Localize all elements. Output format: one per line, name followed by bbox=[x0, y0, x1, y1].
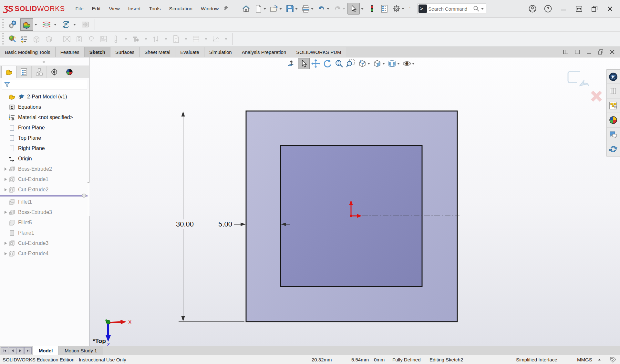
tree-item-cut-extrude2[interactable]: Cut-Extrude2 bbox=[0, 185, 89, 195]
expand-icon[interactable] bbox=[5, 211, 7, 214]
home-button[interactable] bbox=[240, 3, 252, 14]
tab-features[interactable]: Features bbox=[56, 47, 85, 57]
document-properties-button[interactable] bbox=[378, 3, 390, 14]
next-tab-button[interactable] bbox=[16, 347, 24, 354]
expand-icon[interactable] bbox=[5, 242, 7, 245]
tree-item-fillet5[interactable]: Fillet5 bbox=[0, 217, 89, 228]
tree-item-root[interactable]: 2-Part Model (v1) bbox=[0, 92, 89, 102]
tab-propertymanager[interactable] bbox=[16, 66, 32, 78]
menu-file[interactable]: File bbox=[72, 4, 87, 14]
pane-left-icon[interactable] bbox=[563, 49, 568, 55]
search-input[interactable] bbox=[427, 6, 473, 12]
rollback-handle[interactable] bbox=[82, 194, 86, 197]
save-dropdown[interactable] bbox=[295, 8, 298, 10]
interface-mode[interactable]: Simplified Interface bbox=[516, 357, 557, 362]
tab-surfaces[interactable]: Surfaces bbox=[110, 47, 140, 57]
tree-item-cut-extrude1[interactable]: Cut-Extrude1 bbox=[0, 174, 89, 185]
sketch-canvas[interactable]: 30.00 5.00 bbox=[89, 57, 606, 346]
redo-button[interactable] bbox=[332, 3, 347, 14]
open-button[interactable] bbox=[268, 3, 284, 14]
tree-item-cut-extrude3[interactable]: Cut-Extrude3 bbox=[0, 238, 89, 248]
dimension-30[interactable]: 30.00 bbox=[176, 111, 244, 322]
select-dropdown[interactable] bbox=[361, 8, 364, 10]
undo-dropdown[interactable] bbox=[327, 8, 329, 10]
tab-configurationmanager[interactable] bbox=[32, 66, 47, 78]
search-icon[interactable] bbox=[473, 5, 480, 12]
tab-displaymanager[interactable] bbox=[62, 66, 77, 78]
previous-tab-button[interactable] bbox=[9, 347, 16, 354]
expand-icon[interactable] bbox=[5, 167, 7, 171]
tab-featuremanager-tree[interactable] bbox=[1, 66, 16, 78]
rotate-view-p-button[interactable]: P bbox=[60, 19, 72, 30]
expand-icon[interactable] bbox=[5, 252, 7, 255]
rollback-bar[interactable] bbox=[0, 195, 89, 197]
login-button[interactable] bbox=[527, 3, 538, 14]
help-button[interactable]: ? bbox=[542, 3, 553, 14]
tab-evaluate[interactable]: Evaluate bbox=[175, 47, 204, 57]
menu-edit[interactable]: Edit bbox=[88, 4, 104, 14]
save-button[interactable] bbox=[284, 3, 299, 14]
doc-close-icon[interactable] bbox=[610, 49, 615, 55]
last-tab-button[interactable] bbox=[24, 347, 32, 354]
design-library-button[interactable] bbox=[606, 84, 620, 98]
span-displays-button[interactable] bbox=[574, 3, 584, 14]
menu-view[interactable]: View bbox=[105, 4, 123, 14]
minimize-button[interactable] bbox=[558, 3, 569, 14]
new-document-button[interactable] bbox=[253, 3, 268, 14]
tab-simulation[interactable]: Simulation bbox=[204, 47, 237, 57]
solidworks-resources-button[interactable] bbox=[606, 69, 620, 84]
tree-item-equations[interactable]: Σ Equations bbox=[0, 102, 89, 112]
apply-scene-dropdown[interactable] bbox=[35, 24, 37, 25]
graphics-viewport[interactable]: 30.00 5.00 X Z *Top bbox=[89, 57, 620, 346]
search-dropdown[interactable] bbox=[481, 8, 484, 10]
new-document-dropdown[interactable] bbox=[264, 8, 266, 10]
splitter-handle[interactable] bbox=[43, 61, 45, 63]
tab-solidworks-pdm[interactable]: SOLIDWORKS PDM bbox=[291, 47, 346, 57]
options-button[interactable] bbox=[391, 3, 406, 14]
tags-icon[interactable] bbox=[610, 356, 617, 363]
pdm-sync-button[interactable] bbox=[606, 142, 620, 157]
tree-item-material[interactable]: Material <not specified> bbox=[0, 112, 89, 123]
appearances-scenes-button[interactable] bbox=[606, 113, 620, 127]
options-gears-button[interactable] bbox=[7, 19, 19, 30]
menu-simulation[interactable]: Simulation bbox=[166, 4, 196, 14]
open-dropdown[interactable] bbox=[279, 8, 282, 10]
pin-menu-icon[interactable] bbox=[223, 5, 229, 12]
tree-item-cut-extrude4[interactable]: Cut-Extrude4 bbox=[0, 248, 89, 259]
model-tab[interactable]: Model bbox=[33, 346, 59, 355]
tree-item-origin[interactable]: Origin bbox=[0, 154, 89, 164]
rotate-view-dropdown[interactable] bbox=[73, 24, 76, 25]
expand-icon[interactable] bbox=[5, 178, 7, 181]
tree-item-boss-extrude2[interactable]: Boss-Extrude2 bbox=[0, 164, 89, 174]
toolbar-grip[interactable] bbox=[2, 19, 4, 30]
tab-basic-modeling-tools[interactable]: Basic Modeling Tools bbox=[0, 47, 56, 57]
print-button[interactable] bbox=[300, 3, 315, 14]
panel-splitter[interactable] bbox=[0, 57, 89, 66]
options-dropdown[interactable] bbox=[402, 8, 404, 10]
interference-check-button[interactable] bbox=[366, 3, 378, 14]
doc-minimize-icon[interactable] bbox=[586, 49, 592, 55]
expand-icon[interactable] bbox=[5, 188, 7, 191]
close-button[interactable] bbox=[604, 3, 615, 14]
first-tab-button[interactable] bbox=[1, 347, 8, 354]
doc-restore-icon[interactable] bbox=[598, 49, 603, 55]
tab-sheet-metal[interactable]: Sheet Metal bbox=[140, 47, 175, 57]
toolbar-overflow-icon[interactable]: ⁚.. bbox=[409, 6, 413, 11]
motion-study-tab[interactable]: Motion Study 1 bbox=[59, 346, 103, 355]
magnified-selection-button[interactable] bbox=[7, 34, 18, 44]
menu-tools[interactable]: Tools bbox=[145, 4, 164, 14]
menu-window[interactable]: Window bbox=[197, 4, 222, 14]
select-tool-button[interactable] bbox=[347, 3, 360, 15]
tree-item-right-plane[interactable]: Right Plane bbox=[0, 143, 89, 154]
tree-filter-input[interactable] bbox=[2, 80, 87, 89]
flow-display-dropdown[interactable] bbox=[54, 24, 57, 25]
tree-item-boss-extrude3[interactable]: Boss-Extrude3 bbox=[0, 207, 89, 217]
tree-item-front-plane[interactable]: Front Plane bbox=[0, 123, 89, 133]
flow-display-button[interactable] bbox=[40, 19, 53, 30]
toolbar-grip-2[interactable] bbox=[2, 33, 4, 45]
selection-filter-list-button[interactable] bbox=[19, 34, 30, 44]
print-dropdown[interactable] bbox=[311, 8, 314, 10]
restore-button[interactable] bbox=[589, 3, 600, 14]
tree-item-fillet1[interactable]: Fillet1 bbox=[0, 197, 89, 207]
custom-properties-forum-button[interactable] bbox=[606, 127, 620, 142]
